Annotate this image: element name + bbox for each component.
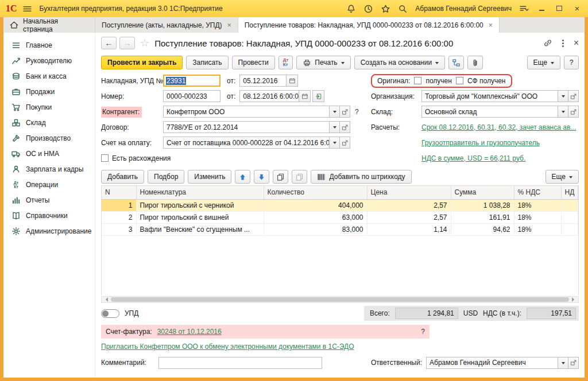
table-cell[interactable]	[561, 223, 578, 235]
invoice-factura-help[interactable]: ?	[421, 328, 425, 336]
organization-field[interactable]: Торговый дом "Комплексный" ООО	[421, 90, 558, 102]
sidebar-item-otchety[interactable]: Отчеты	[3, 192, 95, 208]
calendar-icon[interactable]	[287, 75, 298, 87]
sidebar-item-sklad[interactable]: Склад	[3, 115, 95, 130]
main-menu-icon[interactable]	[22, 4, 32, 14]
scroll-left-icon[interactable]	[103, 297, 108, 302]
upd-toggle[interactable]	[101, 309, 119, 318]
column-header-sum[interactable]: Сумма	[451, 186, 514, 199]
sf-received-checkbox[interactable]	[456, 77, 463, 84]
table-row[interactable]: 2 Пирог тирольский с вишней 63,000 2,57 …	[102, 211, 578, 223]
table-row[interactable]: 1 Пирог тирольский с черникой 404,000 2,…	[102, 199, 578, 211]
sidebar-item-zarplata-kadry[interactable]: Зарплата и кадры	[3, 161, 95, 177]
back-button[interactable]: ←	[101, 37, 117, 49]
write-button[interactable]: Записать	[186, 56, 228, 69]
table-cell[interactable]: 1	[102, 199, 136, 211]
favorite-star-icon[interactable]: ☆	[140, 37, 149, 49]
tab-home[interactable]: Начальная страница	[3, 17, 95, 33]
discrepancies-checkbox[interactable]	[101, 154, 109, 162]
responsible-field[interactable]: Абрамов Геннадий Сергеевич	[426, 357, 558, 369]
tab-close-icon[interactable]: ×	[489, 21, 493, 29]
table-cell[interactable]: 1 038,28	[451, 199, 514, 211]
table-cell[interactable]: 83,000	[264, 223, 367, 235]
favorites-star-icon[interactable]	[381, 4, 390, 14]
settlements-link[interactable]: Срок 08.12.2016, 60.31, 60.32, зачет ава…	[421, 123, 579, 131]
add-row-button[interactable]: Добавить	[101, 170, 144, 184]
sidebar-item-prodazhi[interactable]: Продажи	[3, 84, 95, 99]
contract-field[interactable]: 7788/УЕ от 20.12.2014	[163, 121, 330, 133]
horizontal-scrollbar[interactable]	[101, 296, 579, 303]
payment-invoice-field[interactable]: Счет от поставщика 0000-000228 от 04.12.…	[163, 137, 330, 149]
history-icon[interactable]	[363, 4, 373, 14]
minimize-button[interactable]	[536, 3, 547, 14]
edo-invite-link[interactable]: Пригласить Конфетпром ООО к обмену элект…	[101, 343, 354, 351]
consignor-link[interactable]: Грузоотправитель и грузополучатель	[421, 139, 579, 147]
open-link-icon[interactable]	[340, 121, 350, 133]
table-cell[interactable]: 63,000	[264, 211, 367, 223]
vat-in-total-link[interactable]: НДС в сумме, USD = 66,211 руб.	[421, 154, 579, 162]
search-icon[interactable]	[398, 4, 408, 14]
sidebar-item-pokupki[interactable]: Покупки	[3, 99, 95, 115]
scroll-right-icon[interactable]	[572, 297, 577, 302]
table-cell[interactable]	[561, 211, 578, 223]
get-link-icon[interactable]	[543, 38, 552, 48]
add-by-barcode-button[interactable]: Добавить по штрихкоду	[311, 170, 411, 184]
column-header-vat-percent[interactable]: % НДС	[514, 186, 561, 199]
edit-row-button[interactable]: Изменить	[188, 170, 231, 184]
open-link-icon[interactable]	[568, 357, 579, 369]
more-button[interactable]: Еще	[527, 56, 560, 69]
sidebar-item-os-nma[interactable]: ОС и НМА	[3, 146, 95, 161]
post-and-close-button[interactable]: Провести и закрыть	[101, 56, 183, 69]
close-document-icon[interactable]: ×	[574, 38, 579, 48]
contractor-help[interactable]: ?	[355, 108, 359, 116]
invoice-number-input[interactable]: 23931	[163, 75, 220, 87]
dropdown-icon[interactable]	[330, 106, 340, 118]
pick-items-button[interactable]: Подбор	[148, 170, 184, 184]
sidebar-item-spravochniki[interactable]: Справочники	[3, 208, 95, 223]
post-button[interactable]: Провести	[232, 56, 275, 69]
dropdown-icon[interactable]	[558, 357, 568, 369]
attachments-button[interactable]	[467, 56, 483, 69]
sidebar-item-operacii[interactable]: ДтКт Операции	[3, 177, 95, 192]
column-header-quantity[interactable]: Количество	[264, 186, 367, 199]
column-header-nomenclature[interactable]: Номенклатура	[136, 186, 264, 199]
sidebar-item-glavnoe[interactable]: Главное	[3, 37, 95, 53]
table-cell[interactable]: 2	[102, 211, 136, 223]
help-button[interactable]: ?	[564, 56, 579, 69]
sidebar-item-administrirovanie[interactable]: Администрирование	[3, 223, 95, 239]
sidebar-item-proizvodstvo[interactable]: Производство	[3, 130, 95, 146]
invoice-factura-link[interactable]: 30248 от 10.12.2016	[157, 328, 222, 336]
create-on-base-button[interactable]: Создать на основании	[354, 56, 446, 69]
print-button[interactable]: Печать	[296, 56, 350, 69]
doc-number-input[interactable]: 0000-000233	[163, 90, 220, 102]
move-down-button[interactable]	[254, 170, 269, 184]
table-cell[interactable]: Вафли "Венские" со сгущенным ...	[136, 223, 264, 235]
items-more-button[interactable]: Еще	[546, 170, 579, 184]
table-cell[interactable]: 94,62	[451, 223, 514, 235]
calendar-icon[interactable]	[299, 90, 311, 102]
warehouse-field[interactable]: Основной склад	[421, 106, 558, 118]
table-cell[interactable]: 18%	[514, 223, 561, 235]
close-window-button[interactable]: ×	[572, 3, 582, 14]
scrollbar-thumb[interactable]	[111, 297, 569, 302]
table-cell[interactable]: 18%	[514, 211, 561, 223]
copy-row-button[interactable]	[273, 170, 288, 184]
related-documents-button[interactable]	[448, 56, 464, 69]
comment-input[interactable]	[158, 357, 322, 369]
doc-date-input[interactable]: 08.12.2016 6:00:00	[239, 90, 299, 102]
tab-receipts-list[interactable]: Поступление (акты, накладные, УПД) ×	[95, 17, 238, 33]
table-cell[interactable]: Пирог тирольский с вишней	[136, 211, 264, 223]
table-cell[interactable]: 2,57	[367, 211, 451, 223]
column-header-vat-cut[interactable]: НД	[561, 186, 578, 199]
table-cell[interactable]: 1,14	[367, 223, 451, 235]
dt-kt-button[interactable]: ДтКт	[278, 56, 293, 69]
fill-document-icon[interactable]	[312, 90, 324, 102]
table-cell[interactable]	[561, 199, 578, 211]
dropdown-icon[interactable]	[330, 137, 340, 149]
sidebar-item-rukovoditelyu[interactable]: Руководителю	[3, 53, 95, 68]
table-cell[interactable]: 161,91	[451, 211, 514, 223]
forward-button[interactable]: →	[119, 37, 135, 49]
invoice-date-input[interactable]: 05.12.2016	[239, 75, 287, 87]
tab-close-icon[interactable]: ×	[227, 21, 231, 29]
table-cell[interactable]: 18%	[514, 199, 561, 211]
